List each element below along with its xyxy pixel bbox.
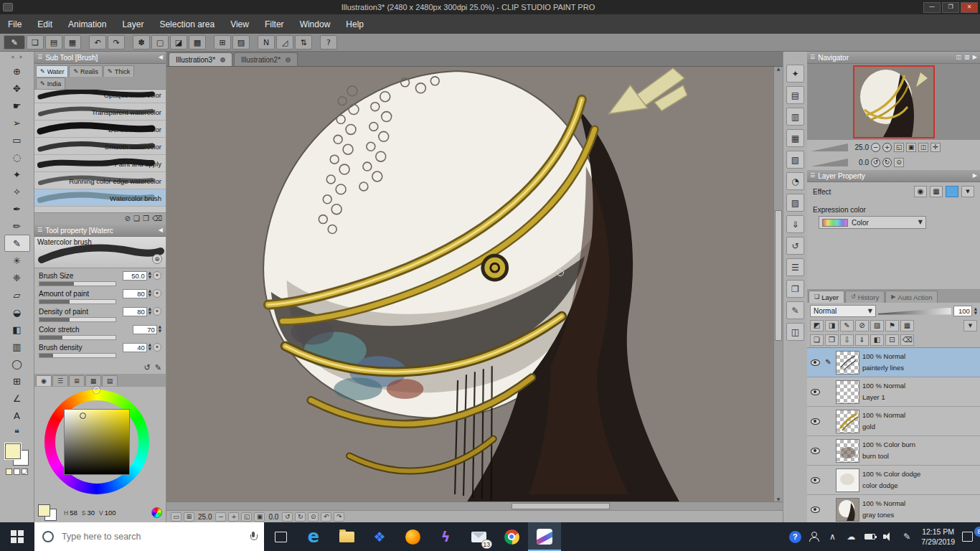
scrollbar-thumb[interactable] bbox=[512, 503, 610, 509]
tab-history[interactable]: ↺ History bbox=[845, 291, 885, 303]
opacity-slider[interactable] bbox=[878, 308, 951, 315]
main-color-swatch[interactable] bbox=[38, 504, 50, 517]
redo-icon[interactable]: ↷ bbox=[334, 512, 344, 522]
open-file-button[interactable]: ▤ bbox=[45, 35, 62, 50]
new-file-button[interactable]: ❏ bbox=[27, 35, 44, 50]
canvas-viewport[interactable]: ▲ ▼ bbox=[166, 67, 783, 501]
help-button[interactable]: ? bbox=[320, 35, 337, 50]
sv-marker[interactable] bbox=[80, 413, 86, 419]
deselect-button[interactable]: ▢ bbox=[151, 35, 169, 50]
dynamics-button[interactable]: ✦ bbox=[153, 289, 161, 298]
visibility-toggle[interactable] bbox=[809, 389, 821, 395]
close-button[interactable]: ✕ bbox=[961, 2, 978, 13]
layer-color-chip[interactable] bbox=[946, 186, 958, 197]
copy-subtool-icon[interactable]: ❏ bbox=[133, 215, 140, 222]
gradient-tool[interactable]: ▥ bbox=[4, 338, 30, 355]
layer-thumbnail[interactable] bbox=[836, 439, 859, 463]
material-monochrome-dock-icon[interactable]: ▥ bbox=[786, 108, 804, 126]
taskbar-clock[interactable]: 12:15 PM 7/29/2019 bbox=[916, 527, 960, 547]
zoom-out-icon[interactable]: − bbox=[215, 512, 226, 522]
hue-marker[interactable] bbox=[93, 387, 100, 393]
battery-tray-button[interactable] bbox=[860, 522, 879, 551]
reset-all-icon[interactable]: ↺ bbox=[144, 364, 151, 372]
paste-subtool-icon[interactable]: ❐ bbox=[143, 215, 149, 222]
layer-thumbnail[interactable] bbox=[836, 380, 859, 404]
snap-grid-button[interactable]: ▨ bbox=[232, 35, 250, 50]
layer-thumbnail[interactable] bbox=[836, 498, 859, 522]
expression-color-dropdown[interactable]: Color ▼ bbox=[819, 216, 926, 229]
file-explorer-button[interactable] bbox=[330, 522, 363, 551]
panel-menu-icon[interactable]: ☰ bbox=[810, 173, 815, 179]
dynamics-button[interactable]: ✦ bbox=[153, 343, 161, 352]
text-tool[interactable]: A bbox=[4, 407, 30, 424]
slider-stepper[interactable]: ▲▼ bbox=[149, 307, 151, 316]
lasso-tool[interactable]: ◌ bbox=[4, 149, 30, 166]
history-dock-icon[interactable]: ↺ bbox=[786, 237, 804, 255]
subtool-item-dense-watercolor[interactable]: Dense watercolor bbox=[34, 121, 166, 138]
transfer-down-icon[interactable]: ⇩ bbox=[840, 334, 854, 346]
canvas-artwork[interactable] bbox=[242, 67, 687, 501]
snap-special-button[interactable]: ⇅ bbox=[295, 35, 312, 50]
blend-mode-dropdown[interactable]: Normal ▼ bbox=[810, 305, 876, 317]
brush-tool[interactable]: ✎ bbox=[4, 235, 30, 252]
tone-effect-icon[interactable]: ▦ bbox=[930, 186, 943, 197]
fill-tool[interactable]: ◧ bbox=[4, 321, 30, 338]
undo-button[interactable]: ↶ bbox=[89, 35, 106, 50]
reset-rotation-icon[interactable]: ⊙ bbox=[308, 512, 319, 522]
sub-view-tab-icon[interactable]: ◫ bbox=[956, 55, 962, 60]
visibility-toggle[interactable] bbox=[809, 477, 821, 484]
layer-row-gray-tones[interactable]: 100 % Normal gray tones bbox=[807, 495, 980, 522]
people-tray-button[interactable] bbox=[804, 522, 823, 551]
border-effect-icon[interactable]: ◉ bbox=[914, 186, 927, 197]
slider-stepper[interactable]: ▲▼ bbox=[149, 289, 151, 298]
panel-collapse-icon[interactable]: ▶ bbox=[973, 55, 977, 60]
help-tray-button[interactable]: ? bbox=[786, 522, 804, 551]
palette-color-icon[interactable]: ◩ bbox=[810, 320, 824, 331]
layer-row-gold[interactable]: 100 % Normal gold bbox=[807, 407, 980, 436]
reset-view-icon[interactable]: ✛ bbox=[930, 143, 941, 152]
lock-alpha-icon[interactable]: ▨ bbox=[870, 320, 884, 331]
material-manga-dock-icon[interactable]: ▦ bbox=[786, 129, 804, 147]
visibility-toggle[interactable] bbox=[809, 507, 821, 513]
transparent-color-swatch[interactable] bbox=[22, 468, 28, 475]
navigator-view-frame[interactable] bbox=[854, 67, 933, 137]
eraser-tool[interactable]: ▱ bbox=[4, 286, 30, 303]
panel-collapse-icon[interactable]: ◀ bbox=[159, 227, 163, 233]
draw-color-swatch[interactable] bbox=[6, 468, 12, 475]
slider-stepper[interactable]: ▲▼ bbox=[149, 343, 151, 352]
dynamics-button[interactable]: ✦ bbox=[153, 271, 161, 280]
visibility-toggle[interactable] bbox=[809, 359, 821, 366]
apply-mask-icon[interactable]: ⊡ bbox=[885, 334, 899, 346]
intermediate-color-tab-icon[interactable]: ▦ bbox=[85, 375, 101, 386]
grid-button[interactable]: ⊞ bbox=[214, 35, 231, 50]
layer-thumbnail[interactable] bbox=[836, 410, 859, 433]
maximize-button[interactable]: ❐ bbox=[942, 2, 959, 13]
zoom-slider[interactable] bbox=[811, 143, 848, 151]
information-dock-icon[interactable]: ☰ bbox=[786, 258, 804, 276]
layer-row-layer-1[interactable]: 100 % Normal Layer 1 bbox=[807, 377, 980, 407]
subtool-tab-thick[interactable]: ✎ Thick bbox=[103, 65, 134, 77]
slider-track[interactable] bbox=[39, 317, 116, 322]
firefox-button[interactable] bbox=[396, 522, 429, 551]
selection-border-button[interactable]: ▩ bbox=[189, 35, 206, 50]
scrollbar-thumb[interactable] bbox=[775, 210, 782, 341]
rotate-left-icon[interactable]: ↺ bbox=[871, 158, 880, 167]
show-settings-icon[interactable]: ✎ bbox=[155, 364, 161, 372]
pencil-tool[interactable]: ✏ bbox=[4, 217, 30, 235]
actual-pixels-icon[interactable]: ▣ bbox=[254, 512, 265, 522]
mail-button[interactable]: 13 bbox=[462, 522, 495, 551]
airbrush-tool[interactable]: ✳ bbox=[4, 252, 30, 269]
new-folder-icon[interactable]: ❐ bbox=[825, 334, 839, 346]
zoom-tool[interactable]: ⊕ bbox=[4, 62, 30, 80]
rotate-left-icon[interactable]: ↺ bbox=[282, 512, 293, 522]
material-color-dock-icon[interactable]: ▤ bbox=[786, 86, 804, 104]
tab-status-icon[interactable] bbox=[286, 57, 291, 62]
quick-access-dock-icon[interactable]: ✦ bbox=[786, 65, 804, 83]
edge-button[interactable]: e bbox=[297, 522, 330, 551]
slider-value[interactable]: 40 bbox=[123, 343, 147, 352]
pen-settings-tray-button[interactable]: ✎ bbox=[897, 522, 916, 551]
sub-draw-color-swatch[interactable] bbox=[14, 468, 20, 475]
toolbox-header[interactable]: « » bbox=[11, 52, 23, 62]
material-download-dock-icon[interactable]: ⇓ bbox=[786, 215, 804, 233]
marquee-tool[interactable]: ▭ bbox=[4, 131, 30, 149]
